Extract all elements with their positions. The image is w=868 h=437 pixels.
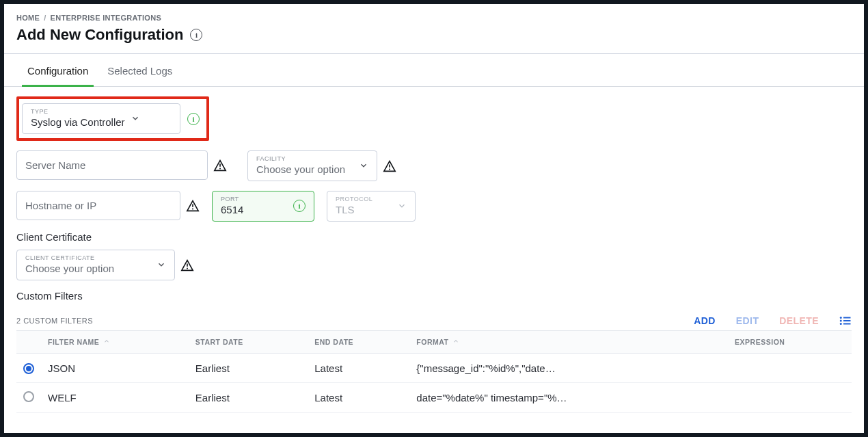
tabs-bar: Configuration Selected Logs (4, 53, 864, 87)
type-label: TYPE (31, 108, 125, 115)
port-label: PORT (221, 196, 288, 202)
column-filter-name-label: FILTER NAME (48, 338, 99, 346)
facility-placeholder: Choose your option (256, 163, 353, 175)
breadcrumb-home[interactable]: HOME (16, 14, 40, 22)
breadcrumb: HOME / ENTERPRISE INTEGRATIONS (16, 14, 852, 22)
edit-filter-button[interactable]: EDIT (736, 315, 759, 326)
chevron-down-icon (359, 161, 368, 170)
cell-expression (728, 354, 852, 383)
page-title: Add New Configuration (16, 26, 183, 44)
tab-configuration[interactable]: Configuration (26, 54, 90, 86)
radio-button[interactable] (23, 391, 34, 402)
client-certificate-heading: Client Certificate (16, 231, 852, 243)
info-icon[interactable]: i (190, 29, 202, 41)
add-filter-button[interactable]: ADD (694, 315, 716, 326)
custom-filters-table: FILTER NAME START DATE END DATE FORMAT (16, 330, 852, 413)
svg-point-7 (187, 267, 188, 269)
radio-button[interactable] (23, 363, 34, 374)
table-row[interactable]: JSONEarliestLatest{"message_id":"%id%","… (16, 354, 852, 383)
type-value: Syslog via Controller (31, 116, 125, 128)
svg-rect-11 (843, 320, 851, 321)
column-expression[interactable]: EXPRESSION (728, 331, 852, 354)
column-end-date[interactable]: END DATE (308, 331, 409, 354)
chevron-down-icon (131, 114, 140, 123)
warning-icon (383, 160, 396, 172)
client-certificate-select[interactable]: CLIENT CERTIFICATE Choose your option (16, 250, 175, 280)
custom-filters-heading: Custom Filters (16, 290, 852, 302)
breadcrumb-separator: / (44, 14, 46, 22)
type-select[interactable]: TYPE Syslog via Controller (22, 103, 180, 134)
sort-arrow-up-icon (452, 338, 459, 346)
cell-end: Latest (308, 383, 409, 413)
page-title-row: Add New Configuration i (16, 26, 852, 44)
server-name-placeholder: Server Name (25, 159, 199, 171)
cell-expression (728, 383, 852, 413)
facility-select[interactable]: FACILITY Choose your option (247, 150, 377, 181)
warning-icon (180, 259, 194, 272)
cell-end: Latest (308, 354, 409, 383)
column-select (16, 331, 41, 354)
column-format[interactable]: FORMAT (409, 331, 728, 354)
svg-point-12 (840, 323, 842, 325)
client-certificate-label: CLIENT CERTIFICATE (25, 254, 151, 261)
chevron-down-icon (157, 260, 166, 269)
hostname-placeholder: Hostname or IP (25, 200, 172, 211)
cell-start: Earliest (189, 383, 308, 413)
facility-label: FACILITY (256, 155, 353, 162)
svg-point-3 (389, 168, 390, 170)
table-row[interactable]: WELFEarliestLatestdate="%date%" timestam… (16, 383, 852, 413)
svg-point-5 (192, 208, 193, 209)
cell-name: JSON (41, 354, 189, 383)
svg-point-1 (219, 168, 221, 169)
info-icon[interactable]: i (293, 200, 306, 212)
cell-format: date="%date%" timestamp="%… (409, 383, 728, 413)
svg-rect-13 (843, 323, 851, 325)
cell-start: Earliest (189, 354, 308, 383)
svg-point-10 (840, 320, 842, 322)
sort-arrow-up-icon (103, 338, 110, 346)
delete-filter-button[interactable]: DELETE (779, 315, 819, 326)
breadcrumb-section[interactable]: ENTERPRISE INTEGRATIONS (51, 14, 162, 22)
tab-selected-logs[interactable]: Selected Logs (106, 54, 174, 86)
warning-icon (213, 159, 227, 172)
port-input[interactable]: PORT 6514 i (212, 191, 314, 222)
row-select[interactable] (16, 383, 41, 413)
column-start-date[interactable]: START DATE (189, 331, 308, 354)
custom-filters-count: 2 CUSTOM FILTERS (16, 317, 93, 325)
row-select[interactable] (16, 354, 41, 383)
hostname-input[interactable]: Hostname or IP (16, 191, 180, 220)
protocol-select: PROTOCOL TLS (327, 191, 416, 222)
svg-point-8 (840, 317, 842, 319)
chevron-down-icon (397, 201, 407, 211)
column-filter-name[interactable]: FILTER NAME (41, 331, 189, 354)
port-value: 6514 (221, 204, 288, 215)
cell-format: {"message_id":"%id%","date… (409, 354, 728, 383)
column-format-label: FORMAT (416, 338, 448, 346)
warning-icon (186, 200, 200, 212)
info-icon[interactable]: i (187, 113, 200, 125)
client-certificate-placeholder: Choose your option (25, 263, 151, 274)
svg-rect-9 (843, 317, 851, 319)
cell-name: WELF (41, 383, 189, 413)
type-field-highlight: TYPE Syslog via Controller i (16, 96, 209, 141)
protocol-value: TLS (336, 204, 392, 215)
protocol-label: PROTOCOL (336, 196, 392, 202)
server-name-input[interactable]: Server Name (16, 150, 208, 180)
list-view-icon[interactable] (839, 316, 852, 326)
